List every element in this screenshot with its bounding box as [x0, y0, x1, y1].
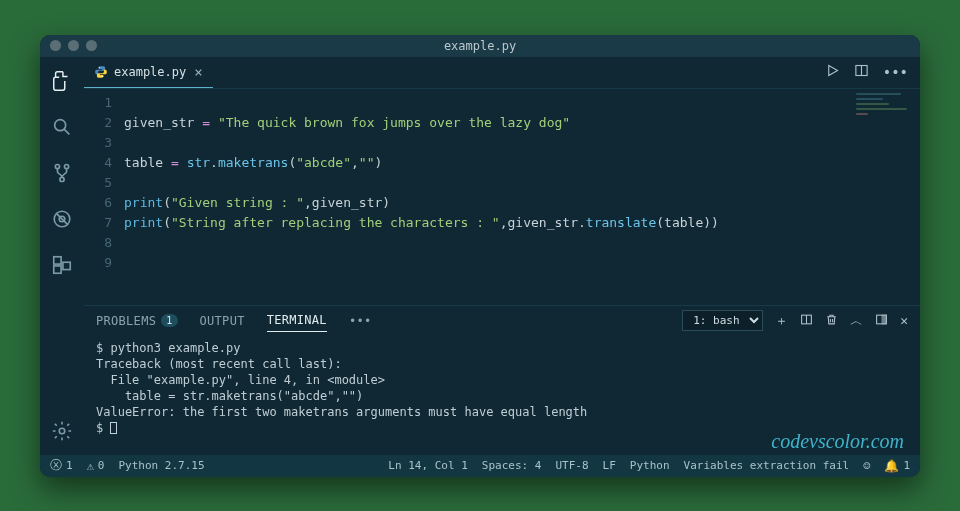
code-editor[interactable]: 1 2 3 4 5 6 7 8 9 given_str = "The quick… [84, 89, 920, 305]
tab-label: example.py [114, 65, 186, 79]
status-errors[interactable]: ⓧ 1 [50, 457, 73, 474]
tab-example-py[interactable]: example.py × [84, 57, 213, 88]
svg-point-4 [60, 177, 64, 181]
bottom-panel: PROBLEMS 1 OUTPUT TERMINAL ••• 1: bash ＋ [84, 305, 920, 455]
terminal-cursor [110, 422, 117, 434]
svg-point-13 [102, 75, 103, 76]
split-terminal-icon[interactable] [800, 313, 813, 329]
svg-rect-8 [54, 256, 61, 263]
split-editor-icon[interactable] [854, 63, 869, 81]
debug-icon[interactable] [50, 207, 74, 231]
run-icon[interactable] [825, 63, 840, 81]
more-actions-icon[interactable]: ••• [883, 64, 908, 80]
extensions-icon[interactable] [50, 253, 74, 277]
terminal-output[interactable]: $ python3 example.py Traceback (most rec… [84, 336, 920, 455]
status-eol[interactable]: LF [603, 459, 616, 473]
explorer-icon[interactable] [50, 69, 74, 93]
problems-badge: 1 [161, 314, 177, 327]
terminal-shell-select[interactable]: 1: bash [682, 310, 763, 331]
tab-problems[interactable]: PROBLEMS 1 [96, 314, 178, 328]
status-feedback[interactable]: ☺ [863, 459, 870, 473]
status-python-version[interactable]: Python 2.7.15 [118, 459, 204, 472]
svg-rect-20 [882, 315, 886, 324]
svg-point-0 [55, 119, 66, 130]
svg-line-6 [56, 213, 68, 225]
svg-marker-14 [828, 66, 837, 76]
panel-tabs: PROBLEMS 1 OUTPUT TERMINAL ••• 1: bash ＋ [84, 306, 920, 336]
status-indent[interactable]: Spaces: 4 [482, 459, 542, 473]
status-warnings[interactable]: ⚠ 0 [87, 459, 105, 473]
smiley-icon: ☺ [863, 459, 870, 473]
vscode-window: example.py [40, 35, 920, 477]
new-terminal-icon[interactable]: ＋ [775, 312, 788, 330]
bell-icon: 🔔 [884, 459, 899, 473]
status-language[interactable]: Python [630, 459, 670, 473]
svg-point-12 [99, 67, 100, 68]
maximize-panel-icon[interactable]: ︿ [850, 312, 863, 330]
svg-point-11 [59, 428, 65, 434]
panel-more-icon[interactable]: ••• [349, 314, 372, 328]
status-encoding[interactable]: UTF-8 [555, 459, 588, 473]
panel-layout-icon[interactable] [875, 313, 888, 329]
tab-output[interactable]: OUTPUT [200, 314, 245, 328]
tab-bar: example.py × ••• [84, 57, 920, 89]
svg-point-3 [64, 164, 68, 168]
svg-line-1 [64, 129, 69, 134]
status-cursor-pos[interactable]: Ln 14, Col 1 [388, 459, 467, 473]
settings-gear-icon[interactable] [50, 419, 74, 443]
status-notifications[interactable]: 🔔 1 [884, 459, 910, 473]
editor-actions: ••• [825, 57, 920, 88]
error-icon: ⓧ [50, 457, 62, 474]
titlebar: example.py [40, 35, 920, 57]
window-title: example.py [40, 39, 920, 53]
watermark: codevscolor.com [771, 433, 904, 449]
source-control-icon[interactable] [50, 161, 74, 185]
tab-terminal[interactable]: TERMINAL [267, 313, 327, 332]
search-icon[interactable] [50, 115, 74, 139]
line-gutter: 1 2 3 4 5 6 7 8 9 [84, 89, 124, 305]
python-file-icon [94, 65, 108, 79]
close-panel-icon[interactable]: ✕ [900, 313, 908, 328]
activity-bar [40, 57, 84, 455]
status-extra[interactable]: Variables extraction fail [684, 459, 850, 473]
svg-rect-10 [63, 262, 70, 269]
status-bar: ⓧ 1 ⚠ 0 Python 2.7.15 Ln 14, Col 1 Space… [40, 455, 920, 477]
kill-terminal-icon[interactable] [825, 313, 838, 329]
svg-point-2 [55, 164, 59, 168]
code-content: given_str = "The quick brown fox jumps o… [124, 89, 920, 305]
tab-close-icon[interactable]: × [194, 64, 202, 80]
svg-rect-9 [54, 265, 61, 272]
warning-icon: ⚠ [87, 459, 94, 473]
